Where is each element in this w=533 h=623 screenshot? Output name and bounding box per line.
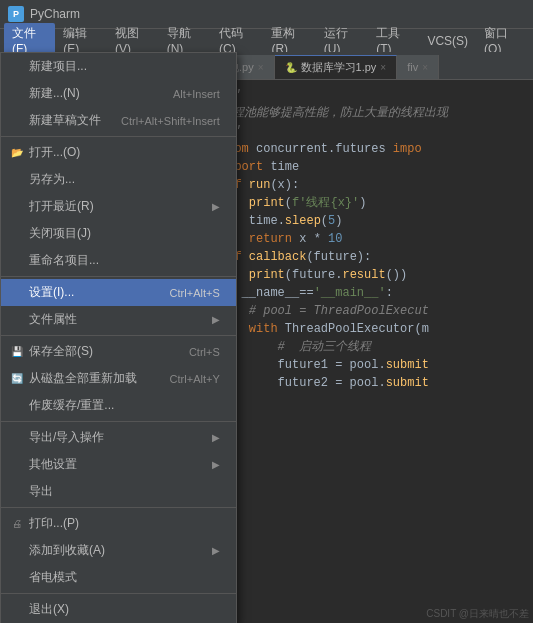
menu-save-all[interactable]: 💾 保存全部(S) Ctrl+S xyxy=(1,338,236,365)
menu-new-label: 新建...(N) xyxy=(29,85,80,102)
menu-recent[interactable]: 打开最近(R) ▶ xyxy=(1,193,236,220)
menu-settings-shortcut: Ctrl+Alt+S xyxy=(170,287,220,299)
code-line-25: future2 = pool.submit xyxy=(220,374,525,392)
menu-settings[interactable]: 设置(I)... Ctrl+Alt+S xyxy=(1,279,236,306)
code-line-21: with ThreadPoolExecutor(m xyxy=(220,320,525,338)
menu-rename-project[interactable]: 重命名项目... xyxy=(1,247,236,274)
code-line-10: time.sleep(5) xyxy=(220,212,525,230)
divider-3 xyxy=(1,335,236,336)
arrow-icon-export: ▶ xyxy=(212,432,220,443)
app-icon: P xyxy=(8,6,24,22)
menu-other-settings[interactable]: 其他设置 ▶ xyxy=(1,451,236,478)
menu-new-project-label: 新建项目... xyxy=(29,58,87,75)
menu-settings-label: 设置(I)... xyxy=(29,284,74,301)
menu-file-props-label: 文件属性 xyxy=(29,311,77,328)
code-line-15: print(future.result()) xyxy=(220,266,525,284)
title-bar-text: PyCharm xyxy=(30,7,525,21)
menu-export-import-label: 导出/导入操作 xyxy=(29,429,104,446)
menu-vcs[interactable]: VCS(S) xyxy=(419,32,476,50)
menu-reload[interactable]: 🔄 从磁盘全部重新加载 Ctrl+Alt+Y xyxy=(1,365,236,392)
code-line-24: future1 = pool.submit xyxy=(220,356,525,374)
menu-close-project-label: 关闭项目(J) xyxy=(29,225,91,242)
arrow-icon-file-props: ▶ xyxy=(212,314,220,325)
menu-power-save-label: 省电模式 xyxy=(29,569,77,586)
code-line-8: def run(x): xyxy=(220,176,525,194)
file-dropdown-menu: 新建项目... 新建...(N) Alt+Insert 新建草稿文件 Ctrl+… xyxy=(0,52,237,623)
arrow-icon-favorites: ▶ xyxy=(212,545,220,556)
menu-close-project[interactable]: 关闭项目(J) xyxy=(1,220,236,247)
menu-add-favorites[interactable]: 添加到收藏(A) ▶ xyxy=(1,537,236,564)
menu-save-as[interactable]: 另存为... xyxy=(1,166,236,193)
menu-new-scratch[interactable]: 新建草稿文件 Ctrl+Alt+Shift+Insert xyxy=(1,107,236,134)
menu-bar: 文件(F) 编辑(E) 视图(V) 导航(N) 代码(C) 重构(R) 运行(U… xyxy=(0,28,533,52)
menu-save-as-label: 另存为... xyxy=(29,171,75,188)
tab-close-1[interactable]: × xyxy=(258,62,264,73)
menu-invalidate-label: 作废缓存/重置... xyxy=(29,397,114,414)
arrow-icon-other: ▶ xyxy=(212,459,220,470)
code-line-19: if __name__=='__main__': xyxy=(220,284,525,302)
menu-power-save[interactable]: 省电模式 xyxy=(1,564,236,591)
divider-4 xyxy=(1,421,236,422)
code-line-9: print(f'线程{x}') xyxy=(220,194,525,212)
menu-file-props[interactable]: 文件属性 ▶ xyxy=(1,306,236,333)
print-icon: 🖨 xyxy=(9,518,25,529)
file-dropdown-overlay: 新建项目... 新建...(N) Alt+Insert 新建草稿文件 Ctrl+… xyxy=(0,52,237,623)
menu-rename-project-label: 重命名项目... xyxy=(29,252,99,269)
reload-icon: 🔄 xyxy=(9,373,25,384)
menu-exit[interactable]: 退出(X) xyxy=(1,596,236,623)
divider-1 xyxy=(1,136,236,137)
code-line-5: from concurrent.futures impo xyxy=(220,140,525,158)
menu-invalidate[interactable]: 作废缓存/重置... xyxy=(1,392,236,419)
menu-print[interactable]: 🖨 打印...(P) xyxy=(1,510,236,537)
tab-label-2: 数据库学习1.py xyxy=(301,60,377,75)
tab-label-3: fiv xyxy=(407,61,418,73)
tab-db[interactable]: 🐍 数据库学习1.py × xyxy=(275,55,398,79)
tab-fiv[interactable]: fiv × xyxy=(397,55,439,79)
tab-close-2[interactable]: × xyxy=(380,62,386,73)
arrow-icon-recent: ▶ xyxy=(212,201,220,212)
menu-export-label: 导出 xyxy=(29,483,53,500)
menu-open-label: 打开...(O) xyxy=(29,144,80,161)
watermark: CSDIT @日来晴也不差 xyxy=(426,607,529,621)
menu-export-import[interactable]: 导出/导入操作 ▶ xyxy=(1,424,236,451)
menu-new[interactable]: 新建...(N) Alt+Insert xyxy=(1,80,236,107)
menu-add-favorites-label: 添加到收藏(A) xyxy=(29,542,105,559)
code-line-6: import time xyxy=(220,158,525,176)
py-tab-icon-2: 🐍 xyxy=(285,62,297,73)
code-line-3: ''' xyxy=(220,122,525,140)
menu-recent-label: 打开最近(R) xyxy=(29,198,94,215)
save-icon: 💾 xyxy=(9,346,25,357)
tab-close-3[interactable]: × xyxy=(422,62,428,73)
divider-2 xyxy=(1,276,236,277)
menu-new-scratch-shortcut: Ctrl+Alt+Shift+Insert xyxy=(121,115,220,127)
folder-open-icon: 📂 xyxy=(9,147,25,158)
menu-print-label: 打印...(P) xyxy=(29,515,79,532)
code-line-11: return x * 10 xyxy=(220,230,525,248)
menu-open[interactable]: 📂 打开...(O) xyxy=(1,139,236,166)
menu-other-settings-label: 其他设置 xyxy=(29,456,77,473)
menu-reload-label: 从磁盘全部重新加载 xyxy=(29,370,137,387)
menu-new-project[interactable]: 新建项目... xyxy=(1,53,236,80)
menu-new-shortcut: Alt+Insert xyxy=(173,88,220,100)
menu-reload-shortcut: Ctrl+Alt+Y xyxy=(170,373,220,385)
code-line-1: ''' xyxy=(220,86,525,104)
code-line-23: # 启动三个线程 xyxy=(220,338,525,356)
menu-save-all-shortcut: Ctrl+S xyxy=(189,346,220,358)
code-line-14: def callback(future): xyxy=(220,248,525,266)
menu-new-scratch-label: 新建草稿文件 xyxy=(29,112,101,129)
code-lines: ''' 线程池能够提高性能，防止大量的线程出现 ''' from concurr… xyxy=(212,80,533,623)
menu-exit-label: 退出(X) xyxy=(29,601,69,618)
menu-export[interactable]: 导出 xyxy=(1,478,236,505)
app-icon-letter: P xyxy=(13,9,19,19)
divider-6 xyxy=(1,593,236,594)
code-line-20: # pool = ThreadPoolExecut xyxy=(220,302,525,320)
code-line-2: 线程池能够提高性能，防止大量的线程出现 xyxy=(220,104,525,122)
menu-save-all-label: 保存全部(S) xyxy=(29,343,93,360)
divider-5 xyxy=(1,507,236,508)
